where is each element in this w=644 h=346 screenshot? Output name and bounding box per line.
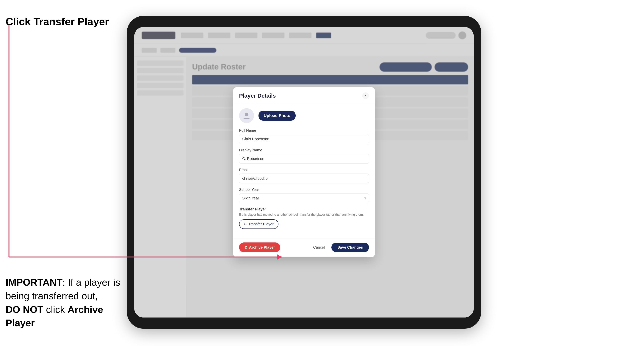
instruction-top: Click Transfer Player bbox=[6, 15, 109, 28]
app-background: Update Roster bbox=[134, 27, 474, 318]
modal-footer: ⊘ Archive Player Cancel Save Changes bbox=[233, 239, 375, 257]
tablet-screen: Update Roster bbox=[134, 27, 474, 318]
display-name-input[interactable] bbox=[239, 154, 369, 164]
transfer-player-button[interactable]: ↻ Transfer Player bbox=[239, 219, 278, 229]
cancel-button[interactable]: Cancel bbox=[310, 243, 328, 252]
instruction-bottom: IMPORTANT: If a player is being transfer… bbox=[6, 276, 121, 330]
svg-point-3 bbox=[245, 113, 248, 116]
modal-body: Upload Photo Full Name Display Name bbox=[233, 103, 375, 239]
modal-overlay: Player Details × bbox=[134, 27, 474, 318]
instruction-prefix: Click bbox=[6, 16, 34, 27]
archive-icon: ⊘ bbox=[244, 245, 248, 250]
modal-header: Player Details × bbox=[233, 87, 375, 103]
transfer-description: If this player has moved to another scho… bbox=[239, 212, 369, 217]
transfer-btn-label: Transfer Player bbox=[248, 222, 274, 226]
school-year-select[interactable]: First Year Second Year Third Year Fourth… bbox=[239, 193, 369, 203]
transfer-icon: ↻ bbox=[244, 222, 247, 226]
school-year-label: School Year bbox=[239, 187, 369, 192]
instruction-body-2: click bbox=[43, 304, 68, 315]
upload-photo-button[interactable]: Upload Photo bbox=[258, 111, 296, 121]
save-changes-button[interactable]: Save Changes bbox=[332, 243, 369, 252]
do-not-label: DO NOT bbox=[6, 304, 43, 315]
avatar bbox=[239, 108, 254, 123]
school-year-group: School Year First Year Second Year Third… bbox=[239, 187, 369, 203]
archive-player-button[interactable]: ⊘ Archive Player bbox=[239, 242, 280, 252]
display-name-label: Display Name bbox=[239, 148, 369, 152]
modal-title: Player Details bbox=[239, 93, 276, 99]
photo-section: Upload Photo bbox=[239, 108, 369, 123]
full-name-input[interactable] bbox=[239, 134, 369, 144]
user-icon bbox=[242, 112, 251, 120]
email-group: Email bbox=[239, 168, 369, 183]
display-name-group: Display Name bbox=[239, 148, 369, 164]
close-icon: × bbox=[364, 93, 367, 98]
school-year-select-wrapper: First Year Second Year Third Year Fourth… bbox=[239, 193, 369, 203]
email-input[interactable] bbox=[239, 173, 369, 183]
instruction-highlight: Transfer Player bbox=[34, 16, 109, 27]
archive-btn-label: Archive Player bbox=[249, 245, 275, 250]
player-details-modal: Player Details × bbox=[233, 87, 375, 258]
full-name-group: Full Name bbox=[239, 128, 369, 144]
full-name-label: Full Name bbox=[239, 128, 369, 133]
tablet-device: Update Roster bbox=[127, 16, 481, 329]
transfer-player-section: Transfer Player If this player has moved… bbox=[239, 207, 369, 229]
modal-close-button[interactable]: × bbox=[362, 92, 369, 99]
transfer-section-label: Transfer Player bbox=[239, 207, 369, 211]
important-label: IMPORTANT bbox=[6, 277, 62, 288]
email-label: Email bbox=[239, 168, 369, 172]
